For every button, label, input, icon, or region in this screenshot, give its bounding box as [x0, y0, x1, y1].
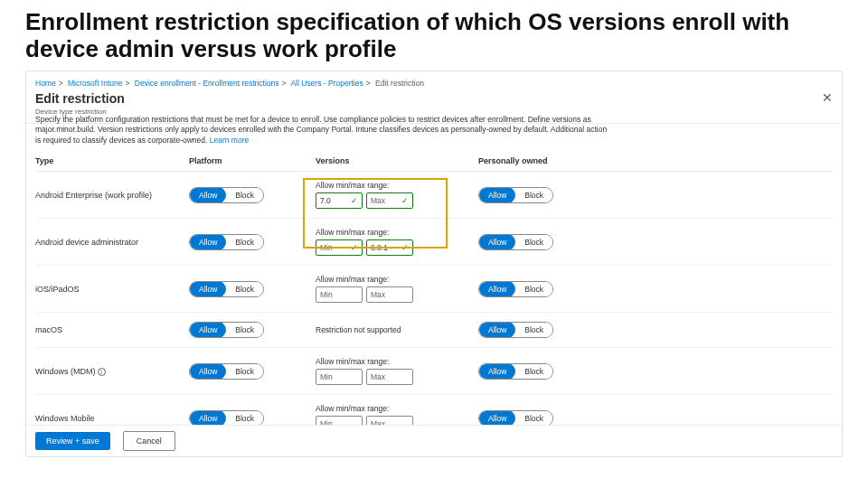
version-label: Allow min/max range:: [316, 357, 469, 366]
platform-cell: Allow Block: [189, 322, 307, 338]
footer-bar: Review + save Cancel: [26, 425, 842, 456]
platform-toggle-allow[interactable]: Allow: [190, 363, 226, 380]
personal-toggle-block[interactable]: Block: [515, 187, 552, 203]
personal-toggle-block[interactable]: Block: [515, 234, 552, 250]
platform-cell: Allow Block: [189, 363, 307, 380]
personal-toggle-allow[interactable]: Allow: [479, 322, 515, 338]
breadcrumb: Home> Microsoft Intune> Device enrollmen…: [35, 79, 833, 88]
personal-toggle-allow[interactable]: Allow: [479, 234, 515, 250]
max-version-input[interactable]: Max✓: [366, 192, 413, 209]
personal-toggle-block[interactable]: Block: [515, 322, 552, 338]
info-icon[interactable]: i: [98, 368, 106, 376]
platform-toggle[interactable]: Allow Block: [189, 187, 264, 203]
platform-toggle-block[interactable]: Block: [226, 234, 263, 250]
table-header: Type Platform Versions Personally owned: [35, 156, 833, 172]
intune-panel: Home> Microsoft Intune> Device enrollmen…: [25, 70, 843, 457]
platform-toggle-block[interactable]: Block: [226, 281, 263, 297]
check-icon: ✓: [401, 196, 409, 205]
personal-cell: Allow Block: [478, 234, 614, 250]
version-not-supported: Restriction not supported: [316, 325, 469, 334]
platform-toggle-allow[interactable]: Allow: [190, 322, 226, 338]
breadcrumb-home[interactable]: Home: [35, 79, 56, 88]
table-row: iOS/iPadOS Allow Block Allow min/max ran…: [35, 266, 833, 313]
col-platform: Platform: [189, 156, 307, 165]
personal-cell: Allow Block: [478, 363, 614, 380]
row-type: Android Enterprise (work profile): [35, 191, 180, 200]
platform-toggle-allow[interactable]: Allow: [190, 187, 226, 203]
min-version-input[interactable]: Min: [316, 286, 363, 303]
min-version-input[interactable]: Min✓: [316, 239, 363, 256]
table-row: Android Enterprise (work profile) Allow …: [35, 172, 833, 219]
table-row: Android device administrator Allow Block…: [35, 219, 833, 266]
version-label: Allow min/max range:: [316, 404, 469, 413]
min-version-input[interactable]: Min: [316, 369, 363, 385]
personal-cell: Allow Block: [478, 281, 614, 297]
breadcrumb-intune[interactable]: Microsoft Intune: [68, 79, 122, 88]
version-label: Allow min/max range:: [316, 181, 469, 190]
table-row: Windows (MDM)i Allow Block Allow min/max…: [35, 348, 833, 395]
check-icon: ✓: [351, 243, 358, 252]
breadcrumb-allusers[interactable]: All Users - Properties: [290, 79, 363, 88]
personal-toggle[interactable]: Allow Block: [478, 281, 553, 297]
max-version-input[interactable]: Max: [366, 286, 413, 303]
platform-toggle-block[interactable]: Block: [226, 363, 263, 380]
platform-toggle[interactable]: Allow Block: [189, 281, 264, 297]
personal-cell: Allow Block: [478, 322, 614, 338]
platform-toggle-block[interactable]: Block: [226, 322, 263, 338]
review-save-button[interactable]: Review + save: [35, 432, 110, 450]
personal-cell: Allow Block: [478, 187, 614, 203]
platform-toggle-block[interactable]: Block: [226, 187, 263, 203]
platform-toggle-allow[interactable]: Allow: [190, 281, 226, 297]
personal-toggle-allow[interactable]: Allow: [479, 187, 515, 203]
table-row: macOS Allow Block Restriction not suppor…: [35, 313, 833, 348]
close-icon[interactable]: ✕: [822, 91, 833, 104]
platform-cell: Allow Block: [189, 281, 307, 297]
scrollable-area[interactable]: Specify the platform configuration restr…: [26, 106, 842, 429]
personal-toggle[interactable]: Allow Block: [478, 322, 553, 338]
col-type: Type: [35, 156, 180, 165]
col-versions: Versions: [316, 156, 469, 165]
personal-toggle-block[interactable]: Block: [515, 281, 552, 297]
page-title: Edit restriction: [35, 91, 125, 106]
breadcrumb-enrollment[interactable]: Device enrollment - Enrollment restricti…: [135, 79, 279, 88]
personal-toggle-allow[interactable]: Allow: [479, 281, 515, 297]
row-type: Android device administrator: [35, 238, 180, 247]
max-version-input[interactable]: Max: [366, 369, 413, 385]
personal-toggle[interactable]: Allow Block: [478, 187, 553, 203]
cancel-button[interactable]: Cancel: [123, 431, 175, 451]
platform-toggle[interactable]: Allow Block: [189, 363, 264, 380]
row-type: Windows Mobile: [35, 414, 180, 423]
platform-toggle[interactable]: Allow Block: [189, 234, 264, 250]
learn-more-link[interactable]: Learn more: [210, 136, 249, 145]
personal-toggle-block[interactable]: Block: [515, 363, 552, 380]
platform-toggle[interactable]: Allow Block: [189, 322, 264, 338]
personal-toggle-allow[interactable]: Allow: [479, 363, 515, 380]
personal-toggle[interactable]: Allow Block: [478, 234, 553, 250]
check-icon: ✓: [351, 196, 358, 205]
row-type: iOS/iPadOS: [35, 285, 180, 294]
platform-cell: Allow Block: [189, 187, 307, 203]
col-personal: Personally owned: [478, 156, 614, 165]
breadcrumb-current: Edit restriction: [375, 79, 424, 88]
version-label: Allow min/max range:: [316, 228, 469, 237]
version-label: Allow min/max range:: [316, 275, 469, 284]
row-type: macOS: [35, 325, 180, 334]
row-type: Windows (MDM)i: [35, 367, 180, 376]
platform-toggle-allow[interactable]: Allow: [190, 234, 226, 250]
platform-cell: Allow Block: [189, 234, 307, 250]
check-icon: ✓: [401, 243, 409, 252]
min-version-input[interactable]: 7.0✓: [316, 192, 363, 209]
personal-toggle[interactable]: Allow Block: [478, 363, 553, 380]
description-text: Specify the platform configuration restr…: [35, 115, 614, 145]
slide-title: Enrollment restriction specification of …: [25, 9, 843, 63]
max-version-input[interactable]: 6.0.1✓: [366, 239, 413, 256]
